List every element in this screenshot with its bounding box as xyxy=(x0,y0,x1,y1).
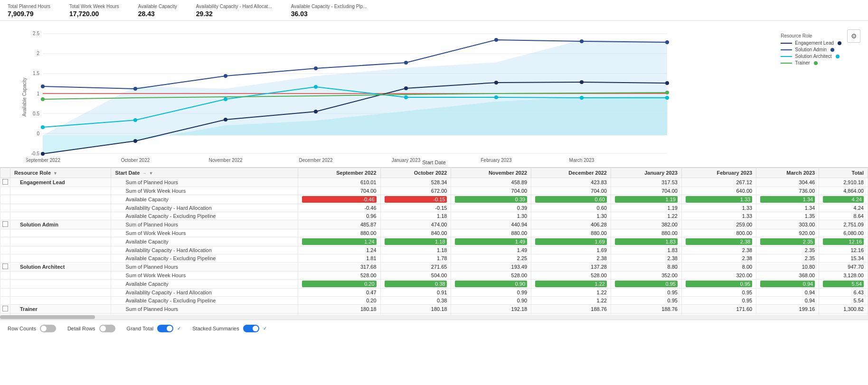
data-cell-sep2022: 880.00 xyxy=(298,229,380,237)
row-checkbox[interactable] xyxy=(0,212,10,220)
data-cell-oct2022: 0.38 xyxy=(380,280,451,289)
table-row: Availability Capacity - Hard Allocation1… xyxy=(0,246,868,254)
metric-excl-pip: Available Capacity - Excluding Pip... 36… xyxy=(291,4,367,18)
scrollbar-thumb[interactable] xyxy=(0,315,95,319)
data-cell-jan2023: 1.19 xyxy=(611,204,682,212)
svg-text:-0.5: -0.5 xyxy=(31,151,40,156)
data-cell-feb2023: 320.00 xyxy=(681,272,756,280)
data-cell-sep2022: 1.24 xyxy=(298,246,380,254)
table-row: Availability Capacity - Hard Allocation0… xyxy=(0,289,868,297)
data-cell-nov2022: 192.18 xyxy=(451,305,531,314)
data-cell-feb2023: 640.00 xyxy=(681,187,756,195)
detail-rows-toggle[interactable] xyxy=(99,325,115,332)
row-checkbox[interactable] xyxy=(0,237,10,246)
data-cell-mar2023: 368.00 xyxy=(756,272,819,280)
row-checkbox[interactable] xyxy=(0,246,10,254)
row-checkbox[interactable] xyxy=(0,187,10,195)
role-cell: Trainer xyxy=(10,305,111,314)
metric-work-week-hours: Total Work Week Hours 17,720.00 xyxy=(69,4,119,18)
data-cell-total: 8.64 xyxy=(819,212,868,220)
row-checkbox[interactable] xyxy=(0,178,10,187)
table-row: Available Capacity - Excluding Pipeline0… xyxy=(0,212,868,220)
data-cell-sep2022: 0.47 xyxy=(298,289,380,297)
row-counts-toggle[interactable] xyxy=(40,325,56,332)
data-cell-nov2022: 1.49 xyxy=(451,237,531,246)
row-checkbox[interactable] xyxy=(0,254,10,263)
svg-point-20 xyxy=(314,110,318,113)
row-checkbox[interactable] xyxy=(0,220,10,229)
horizontal-scrollbar[interactable] xyxy=(0,315,868,319)
data-cell-nov2022: 193.49 xyxy=(451,263,531,272)
settings-button[interactable]: ⚙ xyxy=(847,29,860,43)
table-row: Available Capacity-0.46-0.150.390.601.19… xyxy=(0,195,868,204)
data-cell-total: 947.70 xyxy=(819,263,868,272)
data-cell-sep2022: 317.68 xyxy=(298,263,380,272)
col-header-nov2022: November 2022 xyxy=(451,168,531,178)
col-header-start-date[interactable]: Start Date → ▼ xyxy=(111,168,298,178)
data-cell-dec2022: 880.00 xyxy=(531,229,611,237)
table-row: Available Capacity1.241.181.491.691.832.… xyxy=(0,237,868,246)
metric-name-cell: Available Capacity - Excluding Pipeline xyxy=(111,212,298,220)
detail-rows-label: Detail Rows xyxy=(67,326,95,331)
role-cell xyxy=(10,297,111,305)
row-checkbox[interactable] xyxy=(0,229,10,237)
detail-rows-toggle-group: Detail Rows xyxy=(67,325,115,332)
data-cell-dec2022: 1.22 xyxy=(531,289,611,297)
table-row: Sum of Work Week Hours704.00672.00704.00… xyxy=(0,187,868,195)
row-checkbox[interactable] xyxy=(0,204,10,212)
data-cell-mar2023: 304.46 xyxy=(756,178,819,187)
data-cell-total: 5.54 xyxy=(819,297,868,305)
metric-label-work-week-hours: Total Work Week Hours xyxy=(69,4,119,9)
data-cell-feb2023: 0.95 xyxy=(681,297,756,305)
data-cell-mar2023: 1.34 xyxy=(756,204,819,212)
metric-name-cell: Sum of Planned Hours xyxy=(111,305,298,314)
row-checkbox[interactable] xyxy=(0,305,10,314)
chart-legend: Resource Role Engagement Lead Solution A… xyxy=(781,33,841,67)
data-cell-dec2022: 704.00 xyxy=(531,187,611,195)
data-cell-total: 6.43 xyxy=(819,289,868,297)
legend-engagement-lead: Engagement Lead xyxy=(781,40,841,46)
svg-point-35 xyxy=(224,97,227,101)
col-header-sep2022: September 2022 xyxy=(298,168,380,178)
grand-total-label: Grand Total xyxy=(127,326,154,331)
metric-available-capacity: Available Capacity 28.43 xyxy=(138,4,177,18)
data-cell-feb2023: 800.00 xyxy=(681,229,756,237)
data-cell-mar2023: 920.00 xyxy=(756,229,819,237)
table-wrapper[interactable]: Resource Role ▼ Start Date → ▼ September… xyxy=(0,168,868,315)
data-cell-sep2022: -0.46 xyxy=(298,195,380,204)
svg-text:December 2022: December 2022 xyxy=(299,158,333,163)
col-header-resource-role[interactable]: Resource Role ▼ xyxy=(10,168,111,178)
table-row: Sum of Work Week Hours528.00504.00528.00… xyxy=(0,272,868,280)
metric-label-planned-hours: Total Planned Hours xyxy=(8,4,50,9)
metric-planned-hours: Total Planned Hours 7,909.79 xyxy=(8,4,50,18)
svg-point-32 xyxy=(665,40,669,44)
row-checkbox[interactable] xyxy=(0,297,10,305)
svg-point-41 xyxy=(41,97,45,101)
grand-total-toggle[interactable] xyxy=(157,325,173,332)
table-row: TrainerSum of Planned Hours180.18180.181… xyxy=(0,305,868,314)
data-cell-mar2023: 199.16 xyxy=(756,305,819,314)
start-date-filter-icon[interactable]: ▼ xyxy=(149,171,153,176)
data-cell-sep2022: 528.00 xyxy=(298,272,380,280)
svg-point-26 xyxy=(133,87,137,91)
data-cell-oct2022: 672.00 xyxy=(380,187,451,195)
row-checkbox[interactable] xyxy=(0,272,10,280)
row-checkbox[interactable] xyxy=(0,289,10,297)
data-cell-mar2023: 1.34 xyxy=(756,195,819,204)
data-cell-total: 1,300.82 xyxy=(819,305,868,314)
metric-value-work-week-hours: 17,720.00 xyxy=(69,10,119,18)
data-cell-dec2022: 137.28 xyxy=(531,263,611,272)
data-cell-sep2022: 1.24 xyxy=(298,237,380,246)
grand-total-checkmark: ✓ xyxy=(177,326,181,331)
stacked-summaries-toggle[interactable] xyxy=(243,325,259,332)
resource-role-filter-icon[interactable]: ▼ xyxy=(53,171,57,176)
svg-text:1: 1 xyxy=(37,91,39,96)
row-checkbox[interactable] xyxy=(0,263,10,272)
row-checkbox[interactable] xyxy=(0,280,10,289)
col-header-feb2023: February 2023 xyxy=(681,168,756,178)
data-cell-oct2022: 840.00 xyxy=(380,229,451,237)
metric-name-cell: Available Capacity - Excluding Pipeline xyxy=(111,297,298,305)
row-checkbox[interactable] xyxy=(0,195,10,204)
data-cell-sep2022: 0.20 xyxy=(298,280,380,289)
table-row: Solution ArchitectSum of Planned Hours31… xyxy=(0,263,868,272)
